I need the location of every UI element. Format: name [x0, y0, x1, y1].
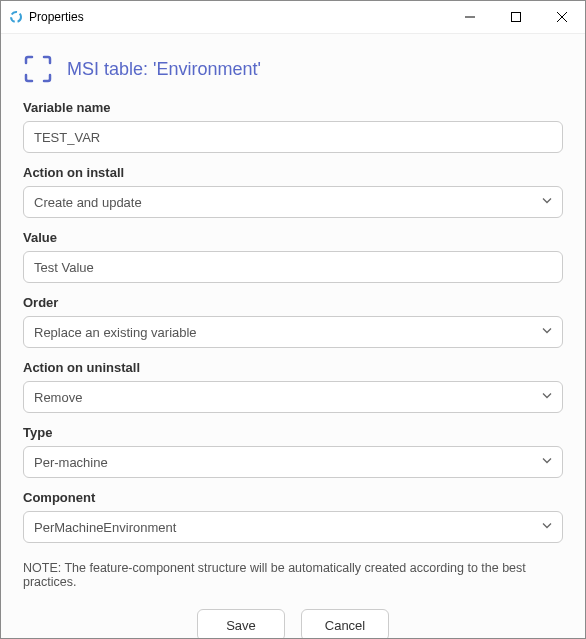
label-action-install: Action on install — [23, 165, 563, 180]
page-title: MSI table: 'Environment' — [67, 59, 261, 80]
field-component: Component PerMachineEnvironment — [23, 490, 563, 543]
label-type: Type — [23, 425, 563, 440]
select-component-value: PerMachineEnvironment — [34, 520, 176, 535]
minimize-button[interactable] — [447, 1, 493, 33]
label-component: Component — [23, 490, 563, 505]
select-component[interactable]: PerMachineEnvironment — [23, 511, 563, 543]
input-value[interactable] — [23, 251, 563, 283]
brackets-icon — [23, 54, 53, 84]
label-value: Value — [23, 230, 563, 245]
titlebar: Properties — [1, 1, 585, 33]
client-area: MSI table: 'Environment' Variable name A… — [1, 33, 585, 638]
input-variable-name[interactable] — [23, 121, 563, 153]
properties-window: Properties MSI table: 'Environment' — [0, 0, 586, 639]
label-variable-name: Variable name — [23, 100, 563, 115]
close-button[interactable] — [539, 1, 585, 33]
select-order-value: Replace an existing variable — [34, 325, 197, 340]
window-title: Properties — [29, 10, 84, 24]
field-type: Type Per-machine — [23, 425, 563, 478]
save-button[interactable]: Save — [197, 609, 285, 638]
svg-point-0 — [11, 12, 21, 22]
button-row: Save Cancel — [23, 609, 563, 638]
app-icon — [9, 10, 23, 24]
field-order: Order Replace an existing variable — [23, 295, 563, 348]
select-action-uninstall-value: Remove — [34, 390, 82, 405]
select-order[interactable]: Replace an existing variable — [23, 316, 563, 348]
select-action-install-value: Create and update — [34, 195, 142, 210]
field-variable-name: Variable name — [23, 100, 563, 153]
field-value: Value — [23, 230, 563, 283]
note-text: NOTE: The feature-component structure wi… — [23, 561, 563, 589]
select-action-uninstall[interactable]: Remove — [23, 381, 563, 413]
page-header: MSI table: 'Environment' — [23, 54, 563, 84]
field-action-uninstall: Action on uninstall Remove — [23, 360, 563, 413]
maximize-button[interactable] — [493, 1, 539, 33]
label-order: Order — [23, 295, 563, 310]
select-type[interactable]: Per-machine — [23, 446, 563, 478]
field-action-install: Action on install Create and update — [23, 165, 563, 218]
svg-rect-2 — [512, 13, 521, 22]
select-type-value: Per-machine — [34, 455, 108, 470]
cancel-button[interactable]: Cancel — [301, 609, 389, 638]
select-action-install[interactable]: Create and update — [23, 186, 563, 218]
label-action-uninstall: Action on uninstall — [23, 360, 563, 375]
